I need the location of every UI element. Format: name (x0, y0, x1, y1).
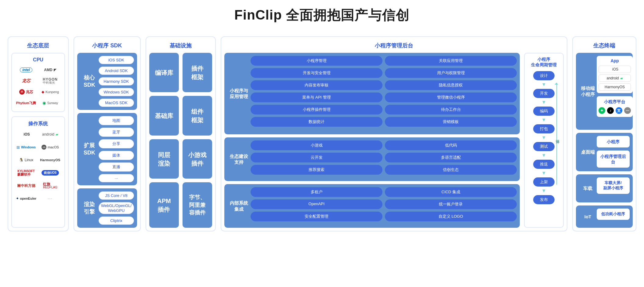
mgmt-item: 多语言适配 (385, 153, 517, 162)
col-header: 小程序 SDK (77, 40, 137, 53)
mgmt-internal-block: 内部系统 集成 多租户 CICD 集成 OpenAPI 统一账户登录 安全配置管… (224, 184, 520, 228)
logo-ios: iOS (15, 130, 37, 139)
logo-zhaoxin: 米兆芯 (15, 88, 37, 96)
mgmt-label: 生态建设 支持 (227, 140, 251, 178)
mgmt-groups: 小程序与 应用管理 小程序管理 关联应用管理 开发与安全管理 用户与权限管理 内… (224, 53, 520, 228)
sdk-item: 直播 (99, 162, 134, 172)
term-car-block: 车载 车载大屏/ 副屏小程序 (576, 174, 633, 202)
col-header: 生态底层 (11, 40, 65, 53)
term-item: 小程序管理后台 (597, 151, 630, 168)
os-harmony: HarmonyOS (599, 83, 631, 91)
logo-hygon: HYGON中科海光 (39, 77, 61, 85)
infra-grid: 编译库 插件 框架 基础库 组件 框架 同层 渲染 小游戏 插件 APM 插件 … (149, 53, 212, 228)
mgmt-item: 小程序插件管理 (251, 105, 382, 114)
term-mobile-block: 移动端 小程序 App iOS android▰ HarmonyOS 小程序平台… (576, 53, 633, 130)
app-header: App (599, 58, 631, 63)
logo-kylinsoft: KYLINSOFT麒麟软件 (15, 169, 37, 177)
term-label: IoT (579, 209, 597, 225)
infra-tile: 组件 框架 (183, 96, 212, 135)
os-card: 操作系统 iOS android▰ ⊞Windows osmacOS 🐧Linu… (11, 116, 65, 228)
col-ecosystem-base: 生态底层 CPU intel AMD◤ 龙芯 HYGON中科海光 米兆芯 ◆Ku… (8, 36, 69, 231)
logo-loongson: 龙芯 (15, 77, 37, 85)
lifecycle-steps: 循环 设计 ▼ 开发 ▼ 编码 ▼ 打包 ▼ 测试 ▼ 推送 ▼ 上架 ▼ 发布 (528, 71, 559, 204)
life-step: 上架 (533, 177, 555, 187)
logo-harmonyos: HarmonyOS (39, 156, 61, 164)
logo-redflag: 红旗REDFLAG (39, 181, 61, 190)
logo-intel: intel (15, 66, 37, 74)
arrow-down-icon: ▼ (541, 100, 546, 105)
diagram-canvas: 生态底层 CPU intel AMD◤ 龙芯 HYGON中科海光 米兆芯 ◆Ku… (8, 36, 636, 231)
sdk-item: Windows SDK (99, 88, 134, 96)
logo-sunway: ◉Sunway (39, 99, 61, 107)
term-item: 车载大屏/ 副屏小程序 (597, 177, 630, 194)
cpu-logo-grid: intel AMD◤ 龙芯 HYGON中科海光 米兆芯 ◆Kunpeng Phy… (15, 66, 61, 107)
term-item: 小程序 (597, 136, 630, 147)
loop-line-icon (556, 83, 557, 185)
sdk-item: Cliptrix (99, 216, 134, 225)
logo-linux: 🐧Linux (15, 156, 37, 164)
mgmt-item: 信创生态 (385, 165, 517, 175)
logo-kunpeng: ◆Kunpeng (39, 88, 61, 96)
platform-icons: ✦ ♪ 支 ⋯ (599, 107, 631, 114)
term-label: 车载 (579, 177, 597, 199)
term-label: 桌面端 (579, 136, 597, 169)
mgmt-item: 安全配置管理 (251, 212, 382, 221)
life-step: 设计 (533, 71, 555, 80)
logo-macos: osmacOS (39, 143, 61, 151)
col-sdk: 小程序 SDK 核心 SDK iOS SDK Android SDK Harmo… (74, 36, 141, 231)
sdk-item: 蓝牙 (99, 128, 134, 137)
sdk-item: 媒体 (99, 151, 134, 160)
life-step: 编码 (533, 107, 555, 116)
logo-more: ··· (39, 194, 61, 203)
mgmt-item: 统一账户登录 (385, 199, 517, 209)
infra-tile: 小游戏 插件 (183, 139, 212, 179)
mgmt-item: 菜单与 API 管理 (251, 93, 382, 102)
col-header: 生态终端 (576, 40, 633, 53)
life-step: 打包 (533, 124, 555, 133)
ext-sdk-block: 扩展 SDK 地图 蓝牙 分享 媒体 直播 ··· (77, 113, 137, 185)
alipay-icon: 支 (616, 107, 622, 114)
life-step: 测试 (533, 142, 555, 151)
arrow-down-icon: ▼ (541, 135, 546, 140)
mgmt-item: OpenAPI (251, 199, 382, 209)
arrow-down-icon: ▼ (541, 82, 546, 87)
infra-tile: 编译库 (149, 53, 179, 92)
sdk-item: 分享 (99, 139, 134, 148)
infra-tile: 基础库 (149, 96, 179, 135)
core-sdk-label: 核心 SDK (80, 56, 99, 107)
mgmt-item: 数据统计 (251, 117, 382, 127)
mgmt-item: 多租户 (251, 187, 382, 197)
arrow-down-icon: ▼ (541, 118, 546, 122)
render-label: 渲染 引擎 (80, 191, 99, 225)
loop-label: 循环 (555, 136, 560, 139)
mgmt-row: 小程序与 应用管理 小程序管理 关联应用管理 开发与安全管理 用户与权限管理 内… (224, 53, 564, 228)
mgmt-item: 用户与权限管理 (385, 68, 517, 78)
platform-card: 小程序平台 ✦ ♪ 支 ⋯ (597, 96, 633, 117)
sdk-item: Android SDK (99, 67, 134, 75)
logo-windows: ⊞Windows (15, 143, 37, 151)
mgmt-item: 低代码 (385, 140, 517, 150)
term-iot-block: IoT 低功耗小程序 (576, 205, 633, 228)
ext-sdk-label: 扩展 SDK (80, 116, 99, 182)
arrow-down-icon: ▼ (541, 153, 546, 158)
arrow-down-icon: ▼ (541, 171, 546, 176)
logo-amd: AMD◤ (39, 66, 61, 74)
sdk-item: 地图 (99, 116, 134, 125)
infra-tile: 插件 框架 (183, 53, 212, 92)
mgmt-item: 隐私信息授权 (385, 80, 517, 90)
mgmt-item: 关联应用管理 (385, 56, 517, 66)
term-item: 低功耗小程序 (597, 209, 630, 220)
col-mgmt: 小程序管理后台 小程序与 应用管理 小程序管理 关联应用管理 开发与安全管理 用… (221, 36, 567, 231)
cpu-card: CPU intel AMD◤ 龙芯 HYGON中科海光 米兆芯 ◆Kunpeng… (11, 53, 65, 112)
lifecycle-card: 小程序 生命周期管理 循环 设计 ▼ 开发 ▼ 编码 ▼ 打包 ▼ 测试 ▼ 推… (524, 53, 564, 228)
infra-tile: APM 插件 (149, 182, 179, 228)
mgmt-item: 推荐搜索 (251, 165, 382, 175)
life-step: 发布 (533, 195, 555, 204)
mgmt-item: 小游戏 (251, 140, 382, 150)
sdk-item: ··· (99, 174, 134, 182)
sdk-item: MacOS SDK (99, 99, 134, 107)
douyin-icon: ♪ (607, 107, 614, 114)
mgmt-item: 待办工作台 (385, 105, 517, 114)
mgmt-item: 自定义 LOGO (385, 212, 517, 221)
logo-android: android▰ (39, 130, 61, 139)
